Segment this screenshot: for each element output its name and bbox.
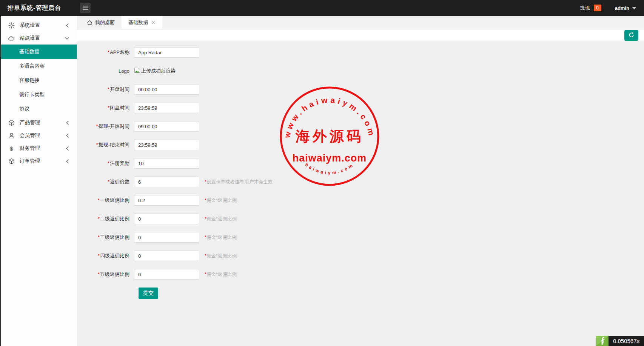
field-label-rebate-level-4: *四级返佣比例 <box>77 252 134 259</box>
sidebar-item-label: 会员管理 <box>20 132 40 139</box>
field-label-rebate-multiple: *返佣倍数 <box>77 178 134 185</box>
field-input-open-time[interactable] <box>134 84 199 95</box>
field-label-register-reward: *注册奖励 <box>77 160 134 167</box>
sidebar-item-label: 系统设置 <box>20 22 40 29</box>
field-input-rebate-level-4[interactable] <box>134 251 199 261</box>
field-hint-rebate-level-3: *佣金*返佣比例 <box>205 234 237 241</box>
sidebar-subitem-bank-card-types[interactable]: 银行卡类型 <box>1 88 77 102</box>
refresh-button[interactable] <box>624 30 638 41</box>
chevron-left-icon <box>65 133 69 138</box>
field-label-open-time: *开盘时间 <box>77 86 134 93</box>
form-row-logo: Logo 上传成功后渲染 <box>77 66 644 76</box>
topbar-right: 提现 0 admin <box>580 0 636 16</box>
field-input-withdraw-start-time[interactable] <box>134 121 199 132</box>
sidebar-item-product-management[interactable]: 产品管理 <box>1 116 77 129</box>
chevron-left-icon <box>65 120 69 125</box>
username: admin <box>615 5 629 11</box>
sidebar-item-label: 产品管理 <box>20 119 40 126</box>
caret-down-icon <box>632 7 636 9</box>
field-hint-rebate-level-5: *佣金*返佣比例 <box>205 271 237 278</box>
withdraw-link[interactable]: 提现 <box>580 5 590 11</box>
sidebar-subitem-label: 基础数据 <box>19 48 40 55</box>
topbar: 排单系统-管理后台 提现 0 admin <box>0 0 644 16</box>
tab-bar: 我的桌面 基础数据 <box>77 16 644 29</box>
sidebar: 系统设置 站点设置 基础数据 多语言内容 客服链接 银行卡类型 协议 产品管理 … <box>0 16 77 346</box>
field-input-rebate-level-3[interactable] <box>134 232 199 243</box>
field-hint-rebate-multiple: *设置卡单或者连单用户才会生效 <box>205 179 273 185</box>
field-input-rebate-level-5[interactable] <box>134 269 199 280</box>
field-input-rebate-level-2[interactable] <box>134 214 199 224</box>
sidebar-item-label: 站点设置 <box>20 35 40 42</box>
tab-label: 基础数据 <box>128 19 148 26</box>
sidebar-subitem-label: 客服链接 <box>19 77 40 84</box>
sidebar-item-label: 订单管理 <box>20 158 40 165</box>
form-row-rebate-level-3: *三级返佣比例 *佣金*返佣比例 <box>77 232 644 243</box>
form-row-rebate-level-4: *四级返佣比例 *佣金*返佣比例 <box>77 251 644 261</box>
chevron-left-icon <box>65 23 69 28</box>
field-label-rebate-level-3: *三级返佣比例 <box>77 234 134 241</box>
form-row-withdraw-start-time: *提现-开始时间 <box>77 121 644 132</box>
tab-my-desktop[interactable]: 我的桌面 <box>80 16 122 29</box>
broken-image-icon <box>134 68 140 74</box>
sidebar-item-label: 财务管理 <box>20 145 40 152</box>
sidebar-item-site-settings[interactable]: 站点设置 <box>1 32 77 45</box>
field-label-app-name: *APP名称 <box>77 49 134 56</box>
toolbar <box>77 29 644 42</box>
field-label-withdraw-end-time: *提现-结束时间 <box>77 141 134 148</box>
submit-row: 提交 <box>139 288 644 299</box>
field-input-register-reward[interactable] <box>134 158 199 169</box>
form-row-withdraw-end-time: *提现-结束时间 <box>77 140 644 150</box>
sidebar-subitem-label: 协议 <box>19 106 29 112</box>
sidebar-subitem-label: 多语言内容 <box>19 63 45 69</box>
sidebar-subitem-agreement[interactable]: 协议 <box>1 102 77 116</box>
sidebar-item-order-management[interactable]: 订单管理 <box>1 155 77 168</box>
sidebar-subitem-multilingual-content[interactable]: 多语言内容 <box>1 59 77 73</box>
thinkphp-logo-icon[interactable] <box>596 336 609 346</box>
logo-broken-image: 上传成功后渲染 <box>134 68 176 74</box>
hamburger-menu-icon[interactable] <box>80 3 91 13</box>
field-label-close-time: *闭盘时间 <box>77 105 134 111</box>
sidebar-subitem-customer-service-links[interactable]: 客服链接 <box>1 73 77 88</box>
field-input-rebate-level-1[interactable] <box>134 195 199 206</box>
form-row-open-time: *开盘时间 <box>77 84 644 95</box>
cube-icon <box>8 158 15 165</box>
field-label-logo: Logo <box>77 68 134 74</box>
gear-icon <box>8 22 15 29</box>
debug-bar: 0.050567s <box>596 336 644 346</box>
field-label-rebate-level-2: *二级返佣比例 <box>77 215 134 222</box>
withdraw-count-badge[interactable]: 0 <box>594 5 601 11</box>
field-hint-rebate-level-2: *佣金*返佣比例 <box>205 216 237 222</box>
basic-data-form: *APP名称 Logo 上传成功后渲染 *开盘时间 *闭盘时间 *提现-开始时间… <box>77 47 644 280</box>
field-input-close-time[interactable] <box>134 103 199 113</box>
close-icon[interactable] <box>151 20 156 25</box>
chevron-down-icon <box>65 36 69 40</box>
field-hint-rebate-level-1: *佣金*返佣比例 <box>205 197 237 204</box>
form-row-rebate-level-2: *二级返佣比例 *佣金*返佣比例 <box>77 214 644 224</box>
chevron-left-icon <box>65 146 69 151</box>
field-input-withdraw-end-time[interactable] <box>134 140 199 150</box>
form-row-rebate-level-5: *五级返佣比例 *佣金*返佣比例 <box>77 269 644 280</box>
sidebar-item-system-settings[interactable]: 系统设置 <box>1 19 77 32</box>
sidebar-item-member-management[interactable]: 会员管理 <box>1 129 77 142</box>
main-area: 我的桌面 基础数据 *APP名称 Logo 上传成功后渲染 *开盘时间 *闭盘时… <box>77 16 644 346</box>
field-input-rebate-multiple[interactable] <box>134 177 199 187</box>
sidebar-subitem-basic-data[interactable]: 基础数据 <box>1 45 77 59</box>
broken-image-alt-text: 上传成功后渲染 <box>141 68 176 74</box>
dollar-icon: $ <box>8 145 15 152</box>
form-row-register-reward: *注册奖励 <box>77 158 644 169</box>
app-title: 排单系统-管理后台 <box>8 0 61 16</box>
form-row-rebate-level-1: *一级返佣比例 *佣金*返佣比例 <box>77 195 644 206</box>
tab-basic-data[interactable]: 基础数据 <box>122 16 162 29</box>
field-input-app-name[interactable] <box>134 47 199 58</box>
sidebar-subitem-label: 银行卡类型 <box>19 91 45 98</box>
form-panel: *APP名称 Logo 上传成功后渲染 *开盘时间 *闭盘时间 *提现-开始时间… <box>77 42 644 346</box>
field-label-withdraw-start-time: *提现-开始时间 <box>77 123 134 130</box>
field-label-rebate-level-1: *一级返佣比例 <box>77 197 134 204</box>
cloud-icon <box>8 35 15 42</box>
home-icon <box>87 20 92 25</box>
sidebar-item-finance-management[interactable]: $ 财务管理 <box>1 142 77 155</box>
field-label-rebate-level-5: *五级返佣比例 <box>77 271 134 278</box>
submit-button[interactable]: 提交 <box>139 288 158 299</box>
svg-text:$: $ <box>10 145 13 152</box>
user-menu[interactable]: admin <box>615 5 636 11</box>
